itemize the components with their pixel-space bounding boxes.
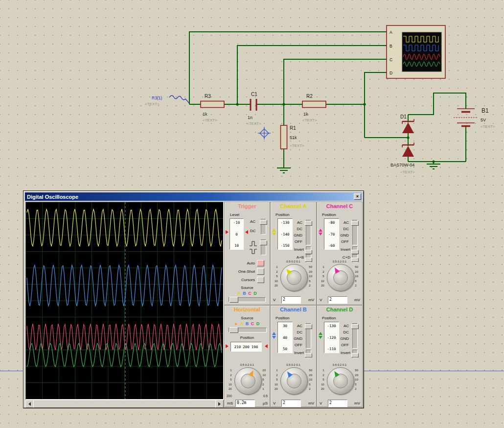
resistor-r1[interactable] [281, 125, 287, 149]
slider-thumb[interactable] [351, 324, 359, 329]
cursors-button[interactable] [257, 277, 264, 283]
invert-switch[interactable] [352, 350, 358, 358]
control-panel: Trigger Level -10 0 10 AC DC [224, 202, 363, 407]
source-letter-b: B [242, 291, 247, 296]
coupling-labels: ACDCGNDOFF [287, 323, 302, 348]
switch-thumb[interactable] [351, 250, 359, 254]
channel-d-panel: Channel D Position -130 -120 -110 ACDCGN… [317, 305, 363, 407]
r1-ref: R1 [290, 125, 296, 131]
scrollbar-thumb[interactable] [33, 400, 216, 408]
resistor-r2[interactable] [302, 101, 326, 108]
channel-a-coupling-slider[interactable] [306, 220, 311, 245]
resistor-r3[interactable] [201, 101, 224, 108]
switch-thumb[interactable] [260, 240, 267, 245]
close-button[interactable]: × [354, 193, 361, 200]
position-arrows[interactable] [272, 330, 276, 341]
d1-model: BAS70W-04 [390, 163, 414, 167]
slider-thumb[interactable] [229, 297, 238, 303]
invert-switch[interactable] [306, 246, 311, 255]
level-arrow-left[interactable] [226, 230, 230, 234]
level-label: Level [230, 213, 239, 217]
level-arrow-right[interactable] [243, 230, 248, 234]
slider-thumb[interactable] [305, 221, 312, 226]
position-arrows[interactable] [319, 227, 322, 238]
unit-volts: V [320, 401, 322, 405]
invert-switch[interactable] [306, 350, 311, 358]
channel-c-panel: Channel C Position -80 -70 -60 ACDCGNDOF… [317, 202, 363, 305]
r2-value: 1k [303, 112, 308, 117]
scope-pin-d: D [389, 71, 392, 75]
channel-c-gain-knob[interactable] [327, 264, 354, 291]
c1-text: <TEXT> [247, 121, 261, 126]
position-arrow-right[interactable] [263, 344, 268, 348]
level-value: 0 [230, 232, 243, 237]
horizontal-scrollbar[interactable] [25, 400, 224, 407]
auto-label: Auto [227, 261, 255, 265]
switch-thumb[interactable] [351, 353, 359, 357]
horizontal-header: Horizontal [225, 307, 270, 312]
d1-ref: D1 [400, 114, 407, 119]
channel-b-coupling-slider[interactable] [306, 323, 311, 349]
oscilloscope-part[interactable] [387, 25, 445, 78]
auto-led[interactable] [257, 260, 264, 266]
capacitor-c1[interactable] [251, 99, 256, 111]
invert-switch[interactable] [352, 246, 358, 255]
sum-label: C+D [332, 255, 350, 260]
channel-d-coupling-slider[interactable] [352, 323, 358, 349]
coupling-labels: ACDCGNDOFF [334, 323, 349, 348]
window-titlebar[interactable]: Digital Oscilloscope × [25, 192, 362, 201]
scroll-left-button[interactable] [25, 400, 34, 408]
cursors-label: Cursors [227, 278, 255, 282]
wire-label[interactable]: R3(1) [152, 95, 162, 100]
horizontal-source-slider[interactable] [229, 328, 267, 333]
scroll-right-button[interactable] [215, 400, 224, 408]
slider-thumb[interactable] [351, 221, 359, 226]
position-arrows[interactable] [319, 330, 322, 341]
left-arrow-icon [26, 402, 31, 406]
b1-value: 5V [481, 118, 486, 122]
knob-pointer [249, 369, 255, 377]
battery-b1[interactable] [454, 109, 478, 126]
trigger-edge-switch[interactable] [261, 239, 266, 255]
slider-thumb[interactable] [305, 324, 312, 329]
horizontal-position-label: Position [225, 335, 270, 340]
unit-volts: V [320, 298, 322, 302]
source-letter-a: A [236, 291, 242, 296]
source-letter-d: D [252, 291, 258, 296]
falling-edge-icon [249, 247, 257, 256]
dc-label: DC [250, 229, 256, 233]
channel-c-coupling-slider[interactable] [352, 220, 358, 245]
trigger-source-slider[interactable] [229, 297, 266, 302]
switch-thumb[interactable] [305, 353, 312, 357]
source-letter-c: C [247, 291, 252, 296]
one-shot-label: One-Shot [227, 269, 255, 274]
switch-thumb[interactable] [260, 220, 267, 225]
pos-value: 190 [252, 345, 258, 349]
slider-thumb[interactable] [229, 327, 238, 333]
timebase-knob[interactable] [234, 367, 262, 395]
invert-label: Invert [332, 351, 350, 355]
invert-label: Invert [285, 247, 304, 252]
position-label: Position [322, 213, 336, 217]
scope-display [26, 202, 223, 399]
position-arrows[interactable] [272, 227, 276, 238]
unit-us: µS [263, 401, 268, 405]
unit-ms: mS [227, 401, 233, 405]
level-value: -10 [230, 220, 243, 225]
channel-a-gain-knob[interactable] [280, 264, 308, 291]
scope-pin-a: A [389, 30, 392, 35]
horizontal-position-display[interactable]: 210 200 190 [230, 342, 262, 352]
switch-thumb[interactable] [305, 250, 312, 254]
one-shot-button[interactable] [257, 268, 264, 275]
trigger-source-label: Source [225, 285, 270, 290]
r2-ref: R2 [306, 94, 313, 99]
trigger-level-display[interactable]: -10 0 10 [229, 218, 244, 250]
b1-ref: B1 [481, 107, 489, 114]
knob-scale-left: 1 2 5 10 20 [321, 368, 324, 392]
channel-a-panel: Channel A Position -130 -140 -150 ACDCGN… [270, 202, 317, 305]
channel-b-gain-knob[interactable] [280, 367, 308, 395]
position-arrow-left[interactable] [226, 344, 230, 348]
channel-d-gain-knob[interactable] [327, 367, 354, 395]
trigger-coupling-switch[interactable] [261, 219, 266, 235]
oscilloscope-window: Digital Oscilloscope × Trigger Level -10… [23, 190, 364, 408]
